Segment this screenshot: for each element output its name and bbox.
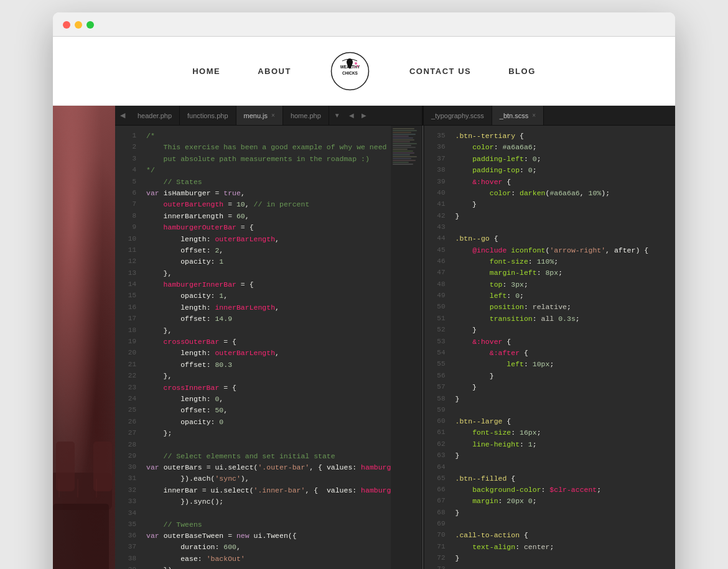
code-line-13: 13 }, [115, 268, 391, 279]
code-line-38: 38 ease: 'backOut' [115, 553, 391, 565]
code-line-11: 11 offset: 2, [115, 245, 391, 256]
code-line-6: 6 var isHamburger = true, [115, 188, 391, 199]
traffic-light-yellow[interactable] [75, 21, 82, 29]
tab-label-typography-scss: _typography.scss [431, 112, 484, 119]
svg-point-4 [355, 62, 357, 65]
tab-btn-scss[interactable]: _btn.scss × [492, 106, 544, 125]
svg-point-5 [357, 65, 359, 67]
traffic-lights [63, 21, 665, 29]
code-line-1: 1 /* [115, 131, 391, 142]
tab-label-functions-php: functions.php [187, 112, 228, 119]
mini-line [393, 158, 412, 159]
scss-line-68: 68 } [424, 507, 675, 519]
code-line-15: 15 opacity: 1, [115, 290, 391, 302]
tab-typography-scss[interactable]: _typography.scss [424, 106, 492, 125]
scss-line-38: 38 padding-top: 0; [424, 165, 675, 176]
scss-line-41: 41 } [424, 199, 675, 210]
left-pane-folder-icon[interactable]: ◀ [115, 106, 130, 125]
scss-line-46: 46 font-size: 110%; [424, 256, 675, 267]
mini-line [393, 139, 414, 141]
close-tab-menu-js[interactable]: × [271, 112, 275, 119]
code-line-2: 2 This exercise has been a good example … [115, 142, 391, 153]
mini-line [393, 156, 418, 157]
mini-line [393, 162, 409, 163]
chair-silhouette-svg [53, 379, 115, 569]
scss-line-66: 66 background-color: $clr-accent; [424, 484, 675, 496]
code-line-14: 14 hamburgerInnerBar = { [115, 279, 391, 290]
code-line-32: 32 innerBar = ui.select('.inner-bar', { … [115, 485, 391, 496]
scss-line-35: 35 .btn--tertiary { [424, 131, 675, 142]
tab-home-php[interactable]: home.php [283, 106, 329, 125]
code-line-10: 10 length: outerBarLength, [115, 234, 391, 245]
code-line-36: 36 var outerBaseTween = new ui.Tween({ [115, 530, 391, 542]
scss-line-44: 44 .btn--go { [424, 233, 675, 244]
scss-line-73: 73 [424, 564, 675, 569]
mini-line [393, 137, 413, 139]
mini-line [393, 130, 418, 131]
scss-line-49: 49 left: 0; [424, 290, 675, 302]
nav-blog[interactable]: BLOG [508, 67, 536, 76]
code-pane-right: 35 .btn--tertiary { 36 color: #a6a6a6; 3… [424, 126, 675, 569]
scss-line-67: 67 margin: 20px 0; [424, 496, 675, 507]
mini-line [393, 134, 416, 135]
code-line-29: 29 // Select elements and set initial st… [115, 451, 391, 462]
svg-point-6 [354, 67, 355, 68]
scss-line-59: 59 [424, 405, 675, 416]
code-line-17: 17 offset: 14.9 [115, 313, 391, 325]
nav-contact[interactable]: CONTACT US [409, 67, 471, 76]
code-editor: ◀ header.php functions.php menu.js × [53, 106, 675, 569]
scss-line-72: 72 } [424, 553, 675, 564]
code-line-33: 33 }).sync(); [115, 496, 391, 507]
traffic-light-green[interactable] [86, 21, 94, 29]
scss-line-64: 64 [424, 462, 675, 473]
scss-line-69: 69 [424, 519, 675, 530]
scss-line-43: 43 [424, 222, 675, 233]
photo-panel [53, 106, 115, 569]
mini-line [393, 128, 414, 129]
mini-line [393, 160, 416, 161]
pane-nav-left[interactable]: ◀ [345, 106, 358, 125]
mini-line [393, 149, 408, 150]
tab-label-home-php: home.php [291, 112, 321, 119]
mini-line [393, 132, 412, 133]
pane-nav-right[interactable]: ▶ [358, 106, 370, 125]
editor-content: ◀ header.php functions.php menu.js × [53, 106, 675, 569]
code-line-20: 20 length: outerBarLength, [115, 348, 391, 359]
scss-line-52: 52 } [424, 325, 675, 336]
scss-line-36: 36 color: #a6a6a6; [424, 142, 675, 153]
nav-about[interactable]: ABOUT [258, 67, 291, 76]
nav-logo[interactable]: WEALTHY CHICKS [329, 49, 372, 93]
tab-label-menu-js: menu.js [244, 112, 268, 119]
code-line-8: 8 innerBarLength = 60, [115, 211, 391, 222]
code-line-19: 19 crossOuterBar = { [115, 336, 391, 348]
scss-line-70: 70 .call-to-action { [424, 530, 675, 541]
tab-overflow-dropdown[interactable]: ▼ [329, 106, 345, 125]
code-line-24: 24 length: 0, [115, 394, 391, 405]
code-pane-left: 1 /* 2 This exercise has been a good exa… [115, 126, 391, 569]
tab-header-php[interactable]: header.php [130, 106, 180, 125]
traffic-light-red[interactable] [63, 21, 70, 29]
scss-line-57: 57 } [424, 382, 675, 393]
svg-rect-10 [53, 504, 109, 569]
minimap-left [391, 126, 422, 569]
tab-functions-php[interactable]: functions.php [180, 106, 236, 125]
mini-line [393, 143, 418, 144]
mini-line [393, 164, 413, 165]
tab-label-header-php: header.php [138, 112, 172, 119]
code-line-31: 31 }).each('sync'), [115, 473, 391, 484]
mini-line [393, 152, 414, 154]
tab-menu-js[interactable]: menu.js × [236, 106, 283, 125]
scss-line-55: 55 left: 10px; [424, 359, 675, 370]
nav-home[interactable]: HOME [192, 67, 220, 76]
scss-line-51: 51 transition: all 0.3s; [424, 313, 675, 325]
code-line-4: 4 */ [115, 165, 391, 176]
scss-line-58: 58 } [424, 394, 675, 405]
code-line-30: 30 var outerBars = ui.select('.outer-bar… [115, 462, 391, 473]
website: HOME ABOUT WEALTHY CHICKS [53, 37, 675, 569]
code-line-23: 23 crossInnerBar = { [115, 382, 391, 394]
mini-line [393, 150, 413, 152]
code-line-27: 27 }; [115, 428, 391, 439]
close-tab-btn-scss[interactable]: × [532, 112, 536, 119]
scss-line-45: 45 @include iconfont('arrow-right', afte… [424, 245, 675, 256]
scss-line-53: 53 &:hover { [424, 336, 675, 348]
